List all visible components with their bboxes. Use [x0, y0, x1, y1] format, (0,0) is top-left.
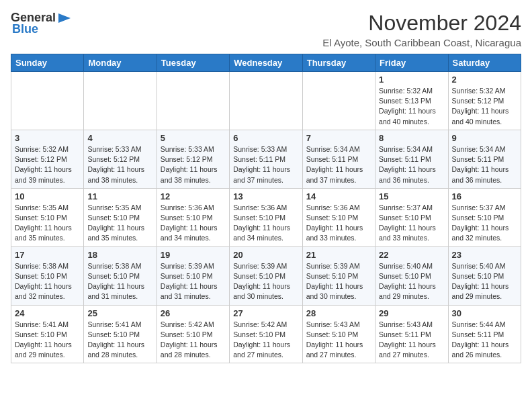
calendar-day-cell: 13Sunrise: 5:36 AM Sunset: 5:10 PM Dayli…: [230, 188, 302, 246]
day-number: 20: [233, 250, 298, 260]
calendar-day-cell: 26Sunrise: 5:42 AM Sunset: 5:10 PM Dayli…: [157, 305, 229, 363]
day-info: Sunrise: 5:39 AM Sunset: 5:10 PM Dayligh…: [161, 261, 226, 302]
logo: General Blue: [11, 11, 72, 36]
day-info: Sunrise: 5:34 AM Sunset: 5:11 PM Dayligh…: [306, 144, 371, 185]
day-info: Sunrise: 5:36 AM Sunset: 5:10 PM Dayligh…: [233, 203, 298, 244]
calendar-day-cell: 22Sunrise: 5:40 AM Sunset: 5:10 PM Dayli…: [375, 246, 448, 305]
day-info: Sunrise: 5:37 AM Sunset: 5:10 PM Dayligh…: [452, 203, 517, 244]
calendar-day-cell: 4Sunrise: 5:33 AM Sunset: 5:12 PM Daylig…: [84, 130, 157, 188]
calendar-table: SundayMondayTuesdayWednesdayThursdayFrid…: [11, 54, 521, 363]
day-number: 22: [379, 250, 444, 260]
day-info: Sunrise: 5:42 AM Sunset: 5:10 PM Dayligh…: [161, 320, 226, 361]
calendar-day-cell: 30Sunrise: 5:44 AM Sunset: 5:11 PM Dayli…: [448, 305, 521, 363]
calendar-day-cell: 17Sunrise: 5:38 AM Sunset: 5:10 PM Dayli…: [11, 246, 84, 305]
day-info: Sunrise: 5:39 AM Sunset: 5:10 PM Dayligh…: [306, 261, 371, 302]
day-number: 30: [452, 308, 517, 318]
location-title: El Ayote, South Caribbean Coast, Nicarag…: [322, 37, 521, 48]
day-info: Sunrise: 5:33 AM Sunset: 5:12 PM Dayligh…: [87, 144, 152, 185]
day-info: Sunrise: 5:42 AM Sunset: 5:10 PM Dayligh…: [233, 320, 298, 361]
day-info: Sunrise: 5:33 AM Sunset: 5:11 PM Dayligh…: [233, 144, 298, 185]
day-number: 3: [15, 133, 80, 143]
day-info: Sunrise: 5:37 AM Sunset: 5:10 PM Dayligh…: [379, 203, 444, 244]
day-info: Sunrise: 5:38 AM Sunset: 5:10 PM Dayligh…: [87, 261, 152, 302]
day-info: Sunrise: 5:41 AM Sunset: 5:10 PM Dayligh…: [15, 320, 80, 361]
calendar-week-row: 3Sunrise: 5:32 AM Sunset: 5:12 PM Daylig…: [11, 130, 521, 188]
calendar-day-cell: 27Sunrise: 5:42 AM Sunset: 5:10 PM Dayli…: [230, 305, 302, 363]
header-saturday: Saturday: [448, 54, 521, 72]
calendar-day-cell: 3Sunrise: 5:32 AM Sunset: 5:12 PM Daylig…: [11, 130, 84, 188]
calendar-week-row: 10Sunrise: 5:35 AM Sunset: 5:10 PM Dayli…: [11, 188, 521, 246]
page-header: General Blue November 2024 El Ayote, Sou…: [11, 11, 521, 48]
day-info: Sunrise: 5:32 AM Sunset: 5:12 PM Dayligh…: [452, 86, 517, 127]
day-info: Sunrise: 5:32 AM Sunset: 5:12 PM Dayligh…: [15, 144, 80, 185]
day-number: 15: [379, 191, 444, 201]
calendar-day-cell: 1Sunrise: 5:32 AM Sunset: 5:13 PM Daylig…: [375, 72, 448, 130]
logo-blue: Blue: [12, 22, 38, 36]
day-info: Sunrise: 5:34 AM Sunset: 5:11 PM Dayligh…: [379, 144, 444, 185]
day-number: 14: [306, 191, 371, 201]
day-number: 19: [161, 250, 226, 260]
calendar-week-row: 1Sunrise: 5:32 AM Sunset: 5:13 PM Daylig…: [11, 72, 521, 130]
day-number: 1: [379, 75, 444, 85]
day-info: Sunrise: 5:36 AM Sunset: 5:10 PM Dayligh…: [161, 203, 226, 244]
day-number: 10: [15, 191, 80, 201]
day-number: 7: [306, 133, 371, 143]
day-number: 2: [452, 75, 517, 85]
day-number: 18: [87, 250, 152, 260]
svg-marker-0: [58, 13, 71, 23]
month-title: November 2024: [322, 11, 521, 36]
calendar-day-cell: 25Sunrise: 5:41 AM Sunset: 5:10 PM Dayli…: [84, 305, 157, 363]
calendar-week-row: 17Sunrise: 5:38 AM Sunset: 5:10 PM Dayli…: [11, 246, 521, 305]
calendar-day-cell: 5Sunrise: 5:33 AM Sunset: 5:12 PM Daylig…: [157, 130, 229, 188]
day-info: Sunrise: 5:39 AM Sunset: 5:10 PM Dayligh…: [233, 261, 298, 302]
calendar-day-cell: 6Sunrise: 5:33 AM Sunset: 5:11 PM Daylig…: [230, 130, 302, 188]
calendar-day-cell: [84, 72, 157, 130]
calendar-day-cell: 14Sunrise: 5:36 AM Sunset: 5:10 PM Dayli…: [302, 188, 375, 246]
day-info: Sunrise: 5:32 AM Sunset: 5:13 PM Dayligh…: [379, 86, 444, 127]
day-number: 23: [452, 250, 517, 260]
day-number: 16: [452, 191, 517, 201]
day-number: 4: [87, 133, 152, 143]
header-thursday: Thursday: [302, 54, 375, 72]
day-info: Sunrise: 5:35 AM Sunset: 5:10 PM Dayligh…: [87, 203, 152, 244]
day-number: 6: [233, 133, 298, 143]
day-number: 24: [15, 308, 80, 318]
header-tuesday: Tuesday: [157, 54, 229, 72]
calendar-day-cell: 8Sunrise: 5:34 AM Sunset: 5:11 PM Daylig…: [375, 130, 448, 188]
header-sunday: Sunday: [11, 54, 84, 72]
calendar-day-cell: 29Sunrise: 5:43 AM Sunset: 5:11 PM Dayli…: [375, 305, 448, 363]
day-info: Sunrise: 5:38 AM Sunset: 5:10 PM Dayligh…: [15, 261, 80, 302]
day-number: 27: [233, 308, 298, 318]
calendar-day-cell: 19Sunrise: 5:39 AM Sunset: 5:10 PM Dayli…: [157, 246, 229, 305]
calendar-day-cell: 21Sunrise: 5:39 AM Sunset: 5:10 PM Dayli…: [302, 246, 375, 305]
day-number: 9: [452, 133, 517, 143]
logo-flag-icon: [57, 12, 72, 24]
day-number: 8: [379, 133, 444, 143]
day-info: Sunrise: 5:44 AM Sunset: 5:11 PM Dayligh…: [452, 320, 517, 361]
calendar-day-cell: 20Sunrise: 5:39 AM Sunset: 5:10 PM Dayli…: [230, 246, 302, 305]
day-number: 26: [161, 308, 226, 318]
calendar-day-cell: 28Sunrise: 5:43 AM Sunset: 5:10 PM Dayli…: [302, 305, 375, 363]
calendar-day-cell: [11, 72, 84, 130]
day-number: 29: [379, 308, 444, 318]
calendar-day-cell: [157, 72, 229, 130]
calendar-day-cell: [230, 72, 302, 130]
calendar-day-cell: 15Sunrise: 5:37 AM Sunset: 5:10 PM Dayli…: [375, 188, 448, 246]
header-monday: Monday: [84, 54, 157, 72]
calendar-day-cell: 2Sunrise: 5:32 AM Sunset: 5:12 PM Daylig…: [448, 72, 521, 130]
day-number: 13: [233, 191, 298, 201]
day-info: Sunrise: 5:33 AM Sunset: 5:12 PM Dayligh…: [161, 144, 226, 185]
calendar-day-cell: 9Sunrise: 5:34 AM Sunset: 5:11 PM Daylig…: [448, 130, 521, 188]
day-info: Sunrise: 5:43 AM Sunset: 5:10 PM Dayligh…: [306, 320, 371, 361]
day-number: 21: [306, 250, 371, 260]
day-info: Sunrise: 5:36 AM Sunset: 5:10 PM Dayligh…: [306, 203, 371, 244]
day-info: Sunrise: 5:43 AM Sunset: 5:11 PM Dayligh…: [379, 320, 444, 361]
calendar-day-cell: 7Sunrise: 5:34 AM Sunset: 5:11 PM Daylig…: [302, 130, 375, 188]
day-number: 5: [161, 133, 226, 143]
day-number: 11: [87, 191, 152, 201]
day-number: 12: [161, 191, 226, 201]
calendar-day-cell: [302, 72, 375, 130]
day-number: 17: [15, 250, 80, 260]
day-info: Sunrise: 5:40 AM Sunset: 5:10 PM Dayligh…: [452, 261, 517, 302]
calendar-day-cell: 11Sunrise: 5:35 AM Sunset: 5:10 PM Dayli…: [84, 188, 157, 246]
